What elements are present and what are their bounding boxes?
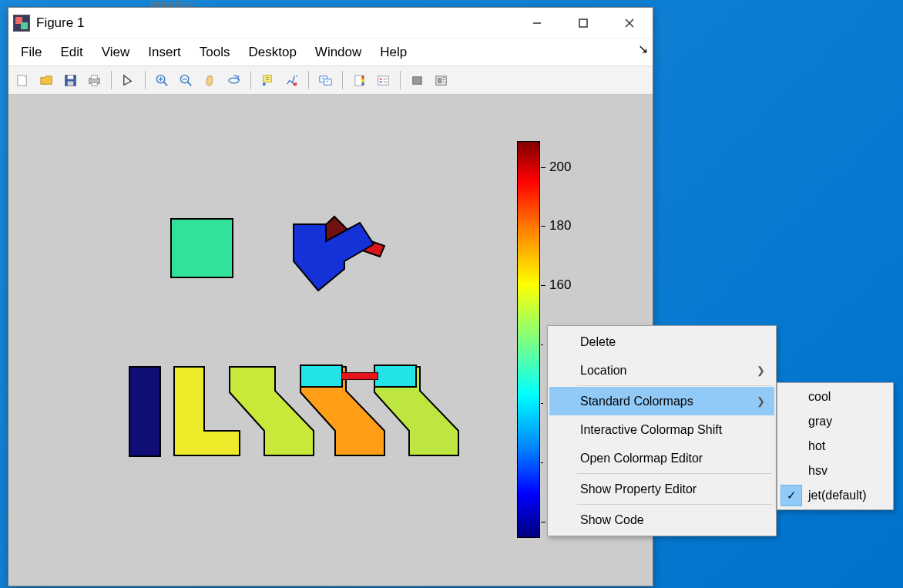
- new-figure-icon[interactable]: [12, 69, 34, 91]
- svg-rect-9: [92, 75, 98, 79]
- svg-rect-28: [378, 76, 388, 84]
- shape-bar-darkblue: [129, 366, 161, 457]
- menu-view[interactable]: View: [92, 42, 139, 63]
- chevron-right-icon: ❯: [757, 365, 765, 376]
- chevron-right-icon: ❯: [757, 395, 765, 407]
- cm-interactive-shift[interactable]: Interactive Colormap Shift: [549, 415, 774, 444]
- menu-window[interactable]: Window: [306, 42, 371, 63]
- svg-rect-27: [361, 76, 364, 84]
- matlab-icon: [13, 15, 30, 32]
- menu-help[interactable]: Help: [371, 42, 416, 63]
- sm-label: gray: [808, 415, 832, 428]
- cm-label: Show Property Editor: [580, 482, 697, 496]
- cm-label: Open Colormap Editor: [580, 452, 703, 465]
- cm-show-code[interactable]: Show Code: [549, 506, 774, 534]
- cm-standard-colormaps[interactable]: Standard Colormaps ❯: [549, 387, 774, 415]
- sm-label: hsv: [808, 464, 827, 478]
- colorbar-tick-200: 200: [549, 160, 571, 175]
- svg-rect-39: [171, 219, 233, 277]
- svg-rect-43: [129, 367, 160, 456]
- sm-gray[interactable]: gray: [779, 409, 891, 434]
- menu-file[interactable]: File: [12, 42, 51, 63]
- window-title: Figure 1: [36, 15, 84, 31]
- colorbar[interactable]: [517, 141, 540, 538]
- cm-delete[interactable]: Delete: [549, 328, 774, 356]
- save-icon[interactable]: [59, 69, 82, 91]
- check-icon: ✓: [780, 485, 802, 506]
- datatip-icon[interactable]: [257, 69, 279, 91]
- sm-jet[interactable]: ✓ jet(default): [779, 483, 891, 508]
- close-button[interactable]: [606, 8, 653, 39]
- menu-insert[interactable]: Insert: [139, 42, 190, 63]
- svg-point-22: [263, 82, 266, 86]
- colorbar-tick-160: 160: [549, 277, 571, 293]
- svg-rect-50: [341, 372, 378, 380]
- svg-line-12: [163, 82, 167, 86]
- insert-legend-icon[interactable]: [372, 69, 394, 91]
- svg-rect-1: [579, 19, 587, 27]
- maximize-button[interactable]: [560, 8, 606, 39]
- svg-rect-19: [264, 75, 271, 82]
- menubar: File Edit View Insert Tools Desktop Wind…: [8, 39, 653, 66]
- show-tools-icon[interactable]: [430, 69, 452, 91]
- svg-line-16: [187, 82, 191, 86]
- toolbar: [8, 66, 653, 95]
- hide-tools-icon[interactable]: [406, 69, 428, 91]
- sm-label: cool: [808, 390, 831, 404]
- context-menu: Delete Location ❯ Standard Colormaps ❯ I…: [547, 325, 777, 536]
- svg-rect-48: [300, 365, 342, 387]
- brush-icon[interactable]: [280, 69, 303, 91]
- menu-overflow-icon[interactable]: ↘: [638, 42, 648, 56]
- sm-hsv[interactable]: hsv: [779, 459, 891, 483]
- print-icon[interactable]: [83, 69, 106, 91]
- cm-show-prop[interactable]: Show Property Editor: [549, 475, 774, 503]
- shape-polygon-blue: [284, 212, 392, 297]
- colormap-submenu: cool gray hot hsv ✓ jet(default): [777, 382, 894, 510]
- svg-rect-35: [438, 77, 442, 83]
- sm-hot[interactable]: hot: [779, 434, 891, 459]
- cm-location[interactable]: Location ❯: [549, 356, 774, 385]
- menu-desktop[interactable]: Desktop: [239, 42, 305, 63]
- menu-edit[interactable]: Edit: [51, 42, 92, 63]
- edit-plot-icon[interactable]: [117, 69, 139, 91]
- svg-rect-10: [92, 82, 98, 86]
- cm-label: Location: [580, 364, 627, 378]
- menu-tools[interactable]: Tools: [190, 42, 240, 63]
- open-icon[interactable]: [35, 69, 58, 91]
- svg-rect-25: [324, 79, 332, 85]
- titlebar[interactable]: Figure 1: [8, 8, 653, 39]
- svg-rect-49: [374, 365, 416, 387]
- svg-rect-6: [68, 75, 74, 79]
- link-data-icon[interactable]: [314, 69, 337, 91]
- shape-cyan-rect-2: [374, 365, 420, 389]
- cm-label: Show Code: [580, 513, 644, 527]
- colorbar-tick-180: 180: [549, 218, 571, 234]
- zoom-out-icon[interactable]: [175, 69, 197, 91]
- minimize-button[interactable]: [514, 8, 560, 39]
- svg-rect-7: [68, 81, 74, 86]
- svg-rect-33: [413, 76, 421, 84]
- shape-red-link: [341, 372, 378, 380]
- cm-open-editor[interactable]: Open Colormap Editor: [549, 444, 774, 472]
- sm-cool[interactable]: cool: [779, 385, 891, 409]
- shape-square: [170, 218, 233, 278]
- cm-label: Delete: [580, 335, 616, 349]
- svg-point-18: [229, 78, 239, 83]
- svg-rect-23: [293, 82, 297, 86]
- sm-label: jet(default): [808, 489, 867, 502]
- zoom-in-icon[interactable]: [151, 69, 173, 91]
- cm-label: Standard Colormaps: [580, 395, 693, 408]
- cm-label: Interactive Colormap Shift: [580, 423, 722, 437]
- sm-label: hot: [808, 439, 825, 453]
- shape-cyan-rect-1: [300, 365, 346, 389]
- rotate3d-icon[interactable]: [223, 69, 245, 91]
- insert-colorbar-icon[interactable]: [348, 69, 371, 91]
- pan-icon[interactable]: [199, 69, 221, 91]
